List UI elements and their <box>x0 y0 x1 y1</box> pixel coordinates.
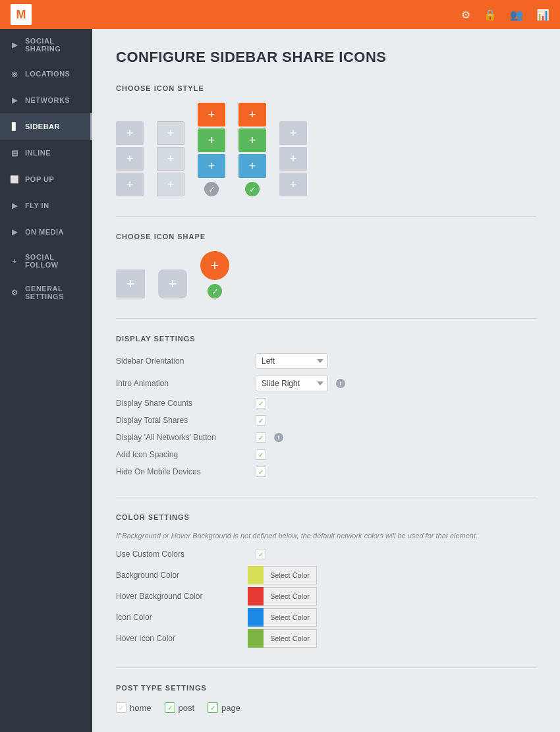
sidebar-item-social-sharing[interactable]: ▶ Social Sharing <box>0 29 92 61</box>
shape-selected-check: ✓ <box>208 284 222 298</box>
shape-option-circle[interactable]: + ✓ <box>200 251 229 298</box>
post-type-title: POST TYPE SETTINGS <box>116 684 536 692</box>
icon-btn: + <box>157 147 184 171</box>
shape-option-square[interactable]: + <box>116 269 145 298</box>
selected-check: ✓ <box>204 182 219 196</box>
icon-color-picker[interactable]: Select Color <box>248 608 317 627</box>
networks-icon: ▶ <box>9 95 20 105</box>
shape-circle: + <box>200 251 229 280</box>
color-settings-title: COLOR SETTINGS <box>116 513 536 521</box>
home-label: home <box>130 703 152 713</box>
intro-animation-select[interactable]: Slide Right Slide Left None <box>256 376 328 391</box>
sidebar-item-label: Sidebar <box>25 123 60 130</box>
icon-style-option-3[interactable]: + + + ✓ <box>198 103 225 196</box>
icon-btn: + <box>157 173 184 196</box>
sidebar: ▶ Social Sharing ◎ Locations ▶ Networks … <box>0 29 92 732</box>
sidebar-orientation-select[interactable]: Left Right <box>256 353 328 369</box>
hover-bg-color-row: Hover Background Color Select Color <box>116 587 536 605</box>
sidebar-item-networks[interactable]: ▶ Networks <box>0 87 92 113</box>
icon-style-option-1[interactable]: + + + <box>116 121 144 196</box>
divider-3 <box>116 497 536 497</box>
divider-2 <box>116 318 536 319</box>
icon-btn: + <box>116 121 144 145</box>
hover-bg-color-picker[interactable]: Select Color <box>248 587 317 605</box>
sidebar-item-popup[interactable]: ⬜ Pop Up <box>0 166 92 192</box>
sidebar-item-social-follow[interactable]: + Social Follow <box>0 245 92 277</box>
sidebar-item-general-settings[interactable]: ⚙ General Settings <box>0 277 92 308</box>
add-icon-spacing-checkbox[interactable]: ✓ <box>256 449 266 460</box>
sidebar-item-flyin[interactable]: ▶ Fly In <box>0 192 92 219</box>
hover-icon-color-label: Hover Icon Color <box>116 634 248 643</box>
lock-icon[interactable]: 🔒 <box>484 9 497 21</box>
shape-option-rounded[interactable]: + <box>158 269 187 298</box>
top-nav-icons: ⚙ 🔒 👥 📊 <box>461 9 549 21</box>
sidebar-item-label: Social Sharing <box>25 37 83 53</box>
post-type-post[interactable]: ✓ post <box>165 702 195 713</box>
post-type-home[interactable]: ✓ home <box>116 702 152 713</box>
sidebar-item-label: Social Follow <box>25 253 83 269</box>
sidebar-orientation-label: Sidebar Orientation <box>116 356 248 366</box>
sidebar-item-label: Pop Up <box>25 175 54 183</box>
icon-color-label: Icon Color <box>116 613 248 622</box>
shape-square: + <box>116 269 145 298</box>
hover-icon-color-row: Hover Icon Color Select Color <box>116 629 536 648</box>
display-share-counts-label: Display Share Counts <box>116 399 248 408</box>
sidebar-item-label: On Media <box>25 228 64 236</box>
icon-color-row: Icon Color Select Color <box>116 608 536 627</box>
icon-style-option-4[interactable]: + + + ✓ <box>238 103 266 196</box>
display-all-networks-row: Display 'All Networks' Button ✓ i <box>116 432 536 443</box>
display-share-counts-row: Display Share Counts ✓ <box>116 398 536 408</box>
home-checkbox[interactable]: ✓ <box>116 702 126 713</box>
color-settings-section: COLOR SETTINGS If Background or Hover Ba… <box>116 513 536 648</box>
top-nav: M ⚙ 🔒 👥 📊 <box>0 0 560 29</box>
add-icon-spacing-label: Add Icon Spacing <box>116 450 248 459</box>
use-custom-colors-row: Use Custom Colors ✓ <box>116 549 536 559</box>
inline-icon: ▤ <box>9 148 20 158</box>
display-share-counts-checkbox[interactable]: ✓ <box>256 398 266 408</box>
sidebar-item-label: Fly In <box>25 202 49 210</box>
bg-select-color-btn[interactable]: Select Color <box>264 566 317 584</box>
sidebar-item-inline[interactable]: ▤ Inline <box>0 140 92 166</box>
page-checkbox[interactable]: ✓ <box>208 702 218 713</box>
sidebar-item-onmedia[interactable]: ▶ On Media <box>0 219 92 245</box>
display-settings-title: DISPLAY SETTINGS <box>116 335 536 343</box>
intro-animation-label: Intro Animation <box>116 379 248 388</box>
chart-icon[interactable]: 📊 <box>536 9 549 21</box>
background-color-row: Background Color Select Color <box>116 566 536 584</box>
page-title: CONFIGURE SIDEBAR SHARE ICONS <box>116 49 536 66</box>
social-follow-icon: + <box>9 256 20 266</box>
layout: ▶ Social Sharing ◎ Locations ▶ Networks … <box>0 29 560 732</box>
general-settings-icon: ⚙ <box>9 287 20 298</box>
post-type-page[interactable]: ✓ page <box>208 702 240 713</box>
use-custom-colors-checkbox[interactable]: ✓ <box>256 549 266 559</box>
users-icon[interactable]: 👥 <box>510 9 523 21</box>
locations-icon: ◎ <box>9 69 20 79</box>
background-color-label: Background Color <box>116 571 248 580</box>
icon-select-color-btn[interactable]: Select Color <box>264 608 317 627</box>
settings-icon[interactable]: ⚙ <box>461 9 470 21</box>
post-checkbox[interactable]: ✓ <box>165 702 175 713</box>
popup-icon: ⬜ <box>9 174 20 184</box>
info-icon[interactable]: i <box>336 379 345 388</box>
icon-btn: + <box>198 103 225 127</box>
social-sharing-icon: ▶ <box>9 40 20 50</box>
background-color-picker[interactable]: Select Color <box>248 566 317 584</box>
sidebar-item-locations[interactable]: ◎ Locations <box>0 61 92 87</box>
divider-1 <box>116 216 536 217</box>
icon-shape-options: + + + ✓ <box>116 251 536 298</box>
icon-stack-4: + + + <box>238 103 266 178</box>
icon-style-option-5[interactable]: + + + <box>279 121 307 196</box>
hover-icon-color-picker[interactable]: Select Color <box>248 629 317 648</box>
sidebar-item-sidebar[interactable]: ▋ Sidebar <box>0 113 92 140</box>
page-label: page <box>221 703 240 713</box>
icon-style-option-2[interactable]: + + + <box>157 121 184 196</box>
info-icon-2[interactable]: i <box>274 433 283 442</box>
display-all-networks-checkbox[interactable]: ✓ <box>256 432 266 443</box>
hide-on-mobile-checkbox[interactable]: ✓ <box>256 466 266 477</box>
display-settings-section: DISPLAY SETTINGS Sidebar Orientation Lef… <box>116 335 536 477</box>
shape-rounded: + <box>158 269 187 298</box>
icon-color-swatch <box>248 608 264 627</box>
display-total-shares-checkbox[interactable]: ✓ <box>256 415 266 426</box>
hover-bg-select-color-btn[interactable]: Select Color <box>264 587 317 605</box>
hover-icon-select-color-btn[interactable]: Select Color <box>264 629 317 648</box>
